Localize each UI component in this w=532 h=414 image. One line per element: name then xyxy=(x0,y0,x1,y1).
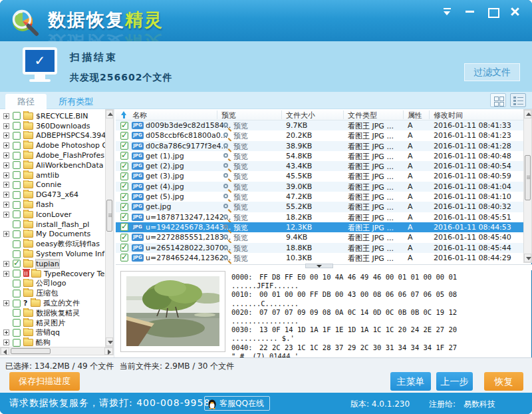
expand-icon[interactable] xyxy=(3,113,9,119)
expand-icon[interactable] xyxy=(3,202,9,208)
col-preview[interactable]: 预览 xyxy=(221,110,236,120)
preview-magnifier-icon[interactable] xyxy=(223,184,228,188)
tree-checkbox[interactable] xyxy=(13,132,21,140)
row-checkbox[interactable] xyxy=(120,142,128,150)
tree-item[interactable]: ? System Volume Inf xyxy=(0,249,105,259)
tree-item[interactable]: ? install_flash_pl xyxy=(0,220,105,230)
expand-icon[interactable] xyxy=(3,339,9,345)
tree-checkbox[interactable] xyxy=(13,171,21,179)
preview-link[interactable]: 预览 xyxy=(233,233,248,243)
tree-item[interactable]: ? IconLover xyxy=(0,210,105,220)
preview-link[interactable]: 预览 xyxy=(233,213,248,223)
table-row[interactable]: JPG get (4).jpg 预览 39.0KB 看图王 JPG ... A … xyxy=(116,182,523,192)
tree-item[interactable]: ? DG473_x64 xyxy=(0,190,105,200)
table-row[interactable]: JPG get (5).jpg 预览 47.2KB 看图王 JPG ... A … xyxy=(116,192,523,202)
row-checkbox[interactable] xyxy=(120,223,128,231)
preview-magnifier-icon[interactable] xyxy=(223,143,228,148)
tree-checkbox[interactable] xyxy=(13,339,21,347)
expand-icon[interactable] xyxy=(3,152,9,158)
table-row[interactable]: JPG d009b3de9c82d1584... 预览 9.7KB 看图王 JP… xyxy=(116,120,523,130)
previous-step-button[interactable]: 上一步 xyxy=(436,372,473,391)
expand-icon[interactable] xyxy=(3,212,9,218)
col-name[interactable]: 名称 xyxy=(132,110,147,120)
row-checkbox[interactable] xyxy=(120,244,128,252)
col-attr[interactable]: 属性 xyxy=(408,110,422,120)
expand-icon[interactable] xyxy=(3,192,9,198)
tree-checkbox[interactable] xyxy=(13,270,21,278)
minimize-icon[interactable] xyxy=(465,7,475,17)
tree-item[interactable]: ? ADBEPHSPCS4.39402 xyxy=(0,131,105,141)
filter-files-button[interactable]: 过滤文件 xyxy=(464,63,520,81)
preview-magnifier-icon[interactable] xyxy=(223,255,228,260)
preview-magnifier-icon[interactable] xyxy=(223,153,228,158)
table-row[interactable]: JPG u=1878713247,1242... 预览 18.2KB 看图王 J… xyxy=(116,212,523,222)
tree-item[interactable]: ? 孤立的文件 xyxy=(0,298,105,308)
tree-item[interactable]: ? My Documents xyxy=(0,230,105,240)
pane-splitter[interactable] xyxy=(116,264,532,270)
row-checkbox[interactable] xyxy=(120,203,128,211)
row-checkbox[interactable] xyxy=(120,234,128,242)
row-checkbox[interactable] xyxy=(120,122,128,130)
preview-link[interactable]: 预览 xyxy=(233,223,248,233)
expand-icon[interactable] xyxy=(3,142,9,148)
preview-link[interactable]: 预览 xyxy=(233,131,248,141)
col-size[interactable]: 文件大小 xyxy=(286,110,315,120)
scrollbar-thumb[interactable] xyxy=(525,155,531,200)
tree-item[interactable]: ? 压缩包 xyxy=(0,288,105,298)
tree-checkbox[interactable] xyxy=(13,161,21,169)
col-type[interactable]: 文件类型 xyxy=(348,110,377,120)
tree-item[interactable]: ? 精灵图片 xyxy=(0,318,105,328)
table-vertical-scrollbar[interactable] xyxy=(523,109,532,263)
scroll-up-button[interactable] xyxy=(524,110,531,118)
table-row[interactable]: JPG d0c8a786c9177f3e4... 预览 38.9KB 看图王 J… xyxy=(116,141,523,151)
tree-checkbox[interactable] xyxy=(13,201,21,209)
preview-link[interactable]: 预览 xyxy=(233,244,248,254)
grid-view-icon[interactable] xyxy=(490,93,506,107)
preview-magnifier-icon[interactable] xyxy=(223,163,228,168)
preview-link[interactable]: 预览 xyxy=(233,172,248,182)
preview-link[interactable]: 预览 xyxy=(233,192,248,202)
row-checkbox[interactable] xyxy=(120,162,128,170)
tree-item[interactable]: ? tupian xyxy=(0,259,105,269)
row-checkbox[interactable] xyxy=(120,254,128,262)
tree-checkbox[interactable] xyxy=(13,240,21,248)
table-row[interactable]: JPG d058ccbf6c81800a0... 预览 20.2KB 看图王 J… xyxy=(116,130,523,140)
scroll-up-button[interactable] xyxy=(106,110,113,118)
expand-icon[interactable] xyxy=(3,329,9,335)
tree-checkbox[interactable] xyxy=(13,319,21,327)
scroll-left-button[interactable] xyxy=(1,347,9,355)
tree-checkbox[interactable] xyxy=(13,122,21,130)
table-row[interactable]: JPG u=1942245678,3443... 预览 12.3KB 看图王 J… xyxy=(116,222,523,232)
tree-checkbox[interactable] xyxy=(13,112,21,120)
tree-checkbox[interactable] xyxy=(13,260,21,268)
preview-link[interactable]: 预览 xyxy=(233,254,248,264)
tree-checkbox[interactable] xyxy=(13,142,21,150)
tree-item[interactable]: ? TypeRecovery Test xyxy=(0,269,105,279)
tree-checkbox[interactable] xyxy=(13,250,21,258)
col-modified[interactable]: 修改时间 xyxy=(434,110,463,120)
scroll-right-button[interactable] xyxy=(104,347,113,355)
table-row[interactable]: JPG get (3).jpg 预览 45.5KB 看图王 JPG ... A … xyxy=(116,171,523,181)
preview-link[interactable]: 预览 xyxy=(233,121,248,131)
close-icon[interactable] xyxy=(510,7,520,17)
tray-menu-icon[interactable] xyxy=(442,7,452,17)
row-checkbox[interactable] xyxy=(120,213,128,221)
table-row[interactable]: JPG u=2272885551,2183... 预览 9.4KB 看图王 JP… xyxy=(116,232,523,242)
preview-link[interactable]: 预览 xyxy=(233,182,248,192)
tree-item[interactable]: ? 数据恢复精灵 xyxy=(0,308,105,318)
table-row[interactable]: JPG u=2651428022,3070... 预览 18.8KB 看图王 J… xyxy=(116,243,523,253)
table-row[interactable]: JPG get (1).jpg 预览 54.8KB 看图王 JPG ... A … xyxy=(116,151,523,161)
expand-icon[interactable] xyxy=(3,300,9,306)
sort-arrow-icon[interactable] xyxy=(120,111,127,118)
tree-checkbox[interactable] xyxy=(13,191,21,199)
row-checkbox[interactable] xyxy=(120,182,128,190)
preview-link[interactable]: 预览 xyxy=(233,152,248,162)
table-row[interactable]: JPG get.jpg 预览 55.2KB 看图王 JPG ... A 2016… xyxy=(116,202,523,212)
expand-icon[interactable] xyxy=(3,271,9,277)
tree-checkbox[interactable] xyxy=(13,152,21,160)
tree-checkbox[interactable] xyxy=(13,309,21,317)
scroll-down-button[interactable] xyxy=(524,254,531,262)
scroll-down-button[interactable] xyxy=(106,337,113,346)
table-row[interactable]: JPG get (2).jpg 预览 43.4KB 看图王 JPG ... A … xyxy=(116,161,523,171)
preview-magnifier-icon[interactable] xyxy=(223,224,228,229)
